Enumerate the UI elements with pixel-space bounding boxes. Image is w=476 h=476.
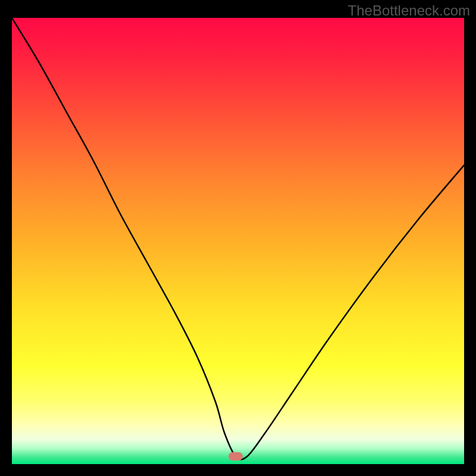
plot-area — [12, 18, 464, 464]
chart-frame: TheBottleneck.com — [0, 0, 476, 476]
watermark-text: TheBottleneck.com — [348, 2, 470, 19]
optimal-point-marker — [228, 452, 243, 461]
bottleneck-curve — [12, 18, 464, 464]
